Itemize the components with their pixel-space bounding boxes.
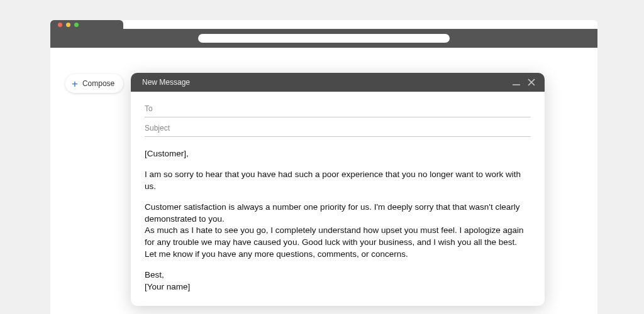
close-window-icon[interactable]: [58, 23, 62, 27]
compose-dialog: New Message To Subject: [131, 73, 545, 306]
dialog-header: New Message: [131, 73, 545, 92]
url-bar: [50, 29, 597, 48]
message-body[interactable]: [Customer], I am so sorry to hear that y…: [145, 137, 531, 293]
compose-button[interactable]: + Compose: [65, 74, 123, 93]
tab-bar: [50, 20, 597, 29]
paragraph-2a: Customer satisfaction is always a number…: [145, 202, 531, 225]
subject-field[interactable]: Subject: [145, 117, 531, 137]
minimize-icon[interactable]: [512, 78, 521, 87]
signoff: Best,: [145, 269, 531, 281]
paragraph-1: I am so sorry to hear that you have had …: [145, 169, 531, 193]
url-input[interactable]: [198, 34, 450, 43]
dialog-body: To Subject [Customer], I am so sorry to …: [131, 92, 545, 306]
active-tab[interactable]: [50, 20, 123, 29]
dialog-title: New Message: [142, 78, 190, 87]
greeting: [Customer],: [145, 148, 531, 160]
app-body: + Compose New Message To: [50, 48, 597, 314]
minimize-window-icon[interactable]: [66, 23, 70, 27]
plus-icon: +: [72, 78, 78, 89]
dialog-controls: [512, 78, 536, 87]
window-controls: [58, 23, 79, 27]
maximize-window-icon[interactable]: [74, 23, 79, 27]
signature-name: [Your name]: [145, 281, 531, 293]
subject-label: Subject: [145, 124, 170, 133]
close-icon[interactable]: [527, 78, 536, 87]
to-label: To: [145, 104, 153, 113]
browser-window: + Compose New Message To: [50, 20, 597, 314]
paragraph-2b: As much as I hate to see you go, I compl…: [145, 225, 531, 261]
to-field[interactable]: To: [145, 98, 531, 117]
compose-label: Compose: [82, 79, 114, 88]
